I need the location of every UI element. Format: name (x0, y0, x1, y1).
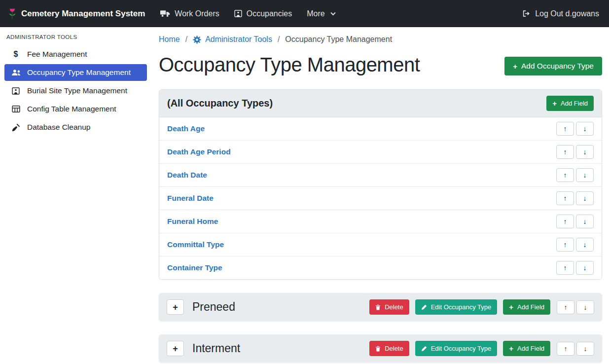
plus-icon: + (513, 63, 517, 70)
occupancy-type-section-preneed: +PreneedDeleteEdit Occupancy Type+Add Fi… (159, 293, 602, 321)
top-navbar: Cemetery Management System Work OrdersOc… (0, 0, 609, 27)
sections: +PreneedDeleteEdit Occupancy Type+Add Fi… (159, 293, 602, 363)
nav-item-occupancies[interactable]: Occupancies (227, 4, 300, 23)
field-link-funeral-home[interactable]: Funeral Home (167, 217, 218, 226)
field-link-container-type[interactable]: Container Type (167, 263, 222, 272)
arrow-down-icon: ↓ (583, 241, 587, 249)
arrow-down-icon: ↓ (583, 171, 587, 179)
page-layout: Administrator Tools $Fee ManagementOccup… (0, 27, 609, 364)
sidebar-heading: Administrator Tools (4, 33, 147, 46)
app-brand[interactable]: Cemetery Management System (6, 8, 147, 20)
move-down-button[interactable]: ↓ (576, 238, 594, 252)
move-down-button[interactable]: ↓ (576, 215, 594, 228)
move-up-button[interactable]: ↑ (556, 215, 574, 228)
logout-button[interactable]: Log Out d.gowans (518, 4, 603, 23)
sidebar-item-occupancy-type-management[interactable]: Occupancy Type Management (4, 64, 147, 81)
sidebar-item-burial-site-type-management[interactable]: Burial Site Type Management (4, 82, 147, 99)
all-occupancy-types-card: (All Occupancy Types) + Add Field Death … (159, 89, 602, 280)
field-row: Funeral Date↑↓ (159, 187, 602, 210)
breadcrumb-separator: / (185, 35, 187, 44)
breadcrumb-administrator-tools[interactable]: Administrator Tools (193, 35, 272, 44)
edit-occupancy-type-button[interactable]: Edit Occupancy Type (415, 299, 498, 315)
reorder-buttons: ↑↓ (557, 300, 594, 314)
breadcrumb: Home/Administrator Tools/Occupancy Type … (159, 35, 602, 44)
move-down-button[interactable]: ↓ (576, 261, 594, 275)
arrow-down-icon: ↓ (583, 125, 587, 133)
arrow-down-icon: ↓ (583, 148, 587, 156)
move-down-button[interactable]: ↓ (576, 300, 594, 314)
move-down-button[interactable]: ↓ (576, 168, 594, 182)
breadcrumb-home[interactable]: Home (159, 35, 180, 44)
expand-button[interactable]: + (167, 341, 184, 356)
sidebar-item-config-table-management[interactable]: Config Table Management (4, 101, 147, 117)
section-title: Interment (192, 342, 363, 355)
arrow-up-icon: ↑ (564, 218, 567, 225)
person-booth-icon (11, 87, 21, 95)
field-row: Committal Type↑↓ (159, 233, 602, 256)
arrow-up-icon: ↑ (564, 148, 567, 156)
plus-icon: + (509, 303, 513, 311)
reorder-buttons: ↑↓ (556, 191, 594, 205)
reorder-buttons: ↑↓ (556, 215, 594, 228)
reorder-buttons: ↑↓ (557, 342, 594, 356)
plus-icon: + (173, 344, 178, 353)
arrow-down-icon: ↓ (583, 194, 587, 202)
move-up-button[interactable]: ↑ (556, 261, 574, 275)
move-up-button[interactable]: ↑ (556, 238, 574, 252)
field-link-death-age[interactable]: Death Age (167, 124, 205, 133)
occupancy-type-section-interment: +IntermentDeleteEdit Occupancy Type+Add … (159, 334, 602, 363)
field-link-death-date[interactable]: Death Date (167, 171, 207, 180)
logout-label: Log Out d.gowans (535, 9, 599, 18)
move-up-button[interactable]: ↑ (557, 342, 574, 356)
reorder-buttons: ↑↓ (556, 122, 594, 136)
pencil-icon (421, 346, 427, 352)
delete-button[interactable]: Delete (369, 299, 409, 315)
edit-occupancy-type-button[interactable]: Edit Occupancy Type (415, 341, 498, 356)
arrow-down-icon: ↓ (584, 345, 587, 353)
field-row: Container Type↑↓ (159, 256, 602, 279)
arrow-up-icon: ↑ (564, 241, 567, 249)
pencil-icon (421, 304, 427, 310)
add-field-button[interactable]: +Add Field (503, 299, 550, 315)
move-up-button[interactable]: ↑ (556, 145, 574, 159)
move-down-button[interactable]: ↓ (576, 145, 594, 159)
move-up-button[interactable]: ↑ (556, 168, 574, 182)
field-link-funeral-date[interactable]: Funeral Date (167, 194, 214, 203)
arrow-down-icon: ↓ (584, 303, 587, 311)
arrow-up-icon: ↑ (564, 125, 567, 133)
nav-item-work-orders[interactable]: Work Orders (153, 4, 226, 23)
expand-button[interactable]: + (167, 299, 184, 315)
sidebar-item-database-cleanup[interactable]: Database Cleanup (4, 119, 147, 136)
arrow-up-icon: ↑ (564, 171, 567, 179)
page-title: Occupancy Type Management (159, 53, 420, 76)
nav-item-more[interactable]: More (299, 4, 343, 23)
breadcrumb-occupancy-type-management: Occupancy Type Management (285, 35, 392, 44)
users-icon (11, 69, 21, 76)
move-down-button[interactable]: ↓ (576, 191, 594, 205)
arrow-up-icon: ↑ (564, 194, 567, 202)
reorder-buttons: ↑↓ (556, 145, 594, 159)
field-link-death-age-period[interactable]: Death Age Period (167, 147, 231, 156)
chevron-down-icon (330, 12, 336, 16)
dollar-icon: $ (11, 50, 21, 58)
field-row: Funeral Home↑↓ (159, 210, 602, 233)
delete-button[interactable]: Delete (369, 341, 409, 356)
navbar-links: Work OrdersOccupanciesMore (153, 4, 343, 23)
move-down-button[interactable]: ↓ (576, 122, 594, 136)
field-link-committal-type[interactable]: Committal Type (167, 240, 224, 249)
plus-icon: + (173, 303, 178, 312)
add-occupancy-type-button[interactable]: + Add Occupancy Type (504, 57, 602, 75)
move-up-button[interactable]: ↑ (556, 122, 574, 136)
title-row: Occupancy Type Management + Add Occupanc… (159, 53, 602, 76)
all-occupancy-types-header: (All Occupancy Types) + Add Field (159, 90, 602, 117)
add-field-button[interactable]: +Add Field (503, 341, 550, 356)
move-up-button[interactable]: ↑ (557, 300, 574, 314)
move-down-button[interactable]: ↓ (576, 342, 594, 356)
add-field-button[interactable]: + Add Field (546, 96, 594, 111)
arrow-up-icon: ↑ (564, 345, 568, 353)
move-up-button[interactable]: ↑ (556, 191, 574, 205)
trash-icon (375, 346, 381, 352)
breadcrumb-separator: / (278, 35, 280, 44)
reorder-buttons: ↑↓ (556, 168, 594, 182)
sidebar-item-fee-management[interactable]: $Fee Management (4, 46, 147, 63)
